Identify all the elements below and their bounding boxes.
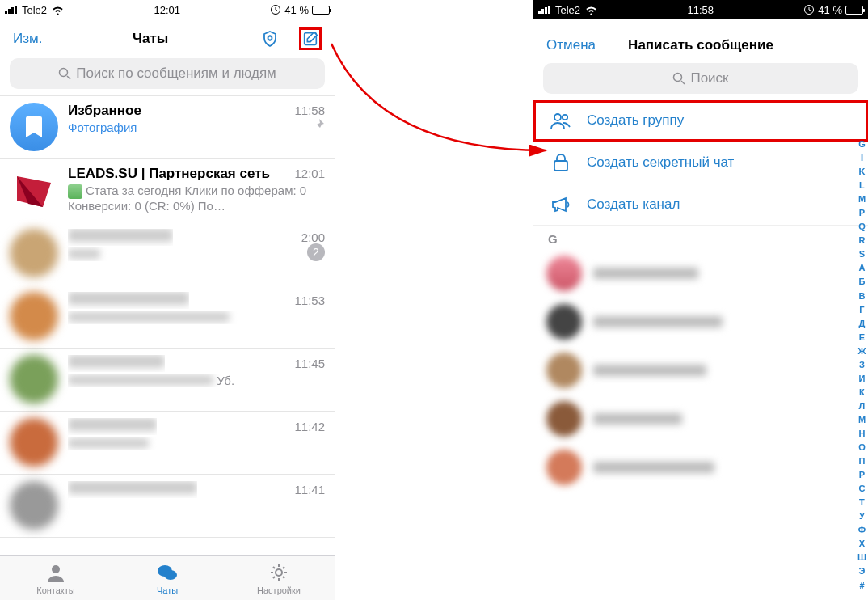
chat-time: 11:45 bbox=[294, 357, 325, 370]
alpha-letter[interactable]: I bbox=[857, 151, 866, 165]
chat-preview: Фотография bbox=[68, 120, 325, 134]
alpha-letter[interactable]: G bbox=[857, 137, 866, 151]
action-label: Создать секретный чат bbox=[587, 154, 734, 171]
search-input[interactable]: Поиск по сообщениям и людям bbox=[10, 58, 325, 89]
alpha-letter[interactable]: M bbox=[857, 192, 866, 206]
tab-settings[interactable]: Настройки bbox=[223, 556, 335, 600]
rotation-lock-icon bbox=[270, 4, 281, 15]
chat-time: 11:42 bbox=[294, 420, 325, 433]
alpha-letter[interactable]: Д bbox=[857, 317, 866, 331]
settings-icon bbox=[268, 561, 290, 584]
alpha-letter[interactable]: Б bbox=[857, 275, 866, 289]
compose-button[interactable] bbox=[299, 27, 322, 50]
chat-row[interactable]: 11:42 bbox=[0, 412, 335, 475]
tab-chats[interactable]: Чаты bbox=[112, 556, 223, 600]
chat-time: 2:00 bbox=[301, 230, 325, 244]
alpha-letter[interactable]: О bbox=[857, 441, 866, 454]
chat-row[interactable]: Избранное 11:58 Фотография bbox=[0, 96, 335, 159]
avatar bbox=[546, 450, 582, 485]
avatar bbox=[546, 401, 582, 437]
alpha-letter[interactable]: # bbox=[857, 579, 866, 593]
avatar bbox=[546, 304, 582, 340]
avatar bbox=[10, 355, 58, 404]
alpha-letter[interactable]: Q bbox=[857, 220, 866, 234]
chat-row[interactable]: 11:41 bbox=[0, 475, 335, 538]
avatar bbox=[10, 418, 58, 467]
wifi-icon bbox=[585, 6, 597, 15]
alpha-letter[interactable]: Г bbox=[857, 303, 866, 317]
create-channel-button[interactable]: Создать канал bbox=[533, 184, 868, 226]
action-label: Создать канал bbox=[587, 196, 680, 213]
chat-time: 12:01 bbox=[294, 167, 325, 180]
alpha-letter[interactable]: Ф bbox=[857, 523, 866, 537]
contact-list[interactable] bbox=[533, 249, 868, 492]
svg-rect-14 bbox=[554, 161, 567, 171]
chat-time: 11:41 bbox=[294, 483, 325, 496]
proxy-shield-icon[interactable] bbox=[259, 27, 281, 50]
alpha-letter[interactable]: А bbox=[857, 261, 866, 275]
chat-preview: Стата за сегодня Клики по офферам: 0 Кон… bbox=[68, 184, 325, 213]
alpha-letter[interactable]: P bbox=[857, 206, 866, 220]
alpha-letter[interactable]: L bbox=[857, 179, 866, 192]
chat-time: 11:58 bbox=[294, 104, 325, 117]
edit-button[interactable]: Изм. bbox=[13, 31, 42, 47]
cancel-button[interactable]: Отмена bbox=[546, 37, 596, 53]
create-group-button[interactable]: Создать группу bbox=[533, 100, 868, 142]
alpha-letter[interactable]: П bbox=[857, 454, 866, 468]
contact-row[interactable] bbox=[533, 249, 868, 298]
contact-row[interactable] bbox=[533, 443, 868, 492]
svg-point-11 bbox=[674, 74, 682, 82]
alpha-letter[interactable]: Е bbox=[857, 331, 866, 344]
rotation-lock-icon bbox=[803, 4, 815, 15]
alpha-letter[interactable]: Н bbox=[857, 427, 866, 441]
svg-point-6 bbox=[52, 565, 60, 573]
alphabet-index[interactable]: GIKLMPQRSАБВГДЕЖЗИКЛМНОПРСТУФХШЭ# bbox=[857, 137, 866, 593]
status-time: 12:01 bbox=[154, 4, 180, 16]
chat-name bbox=[68, 481, 197, 494]
alpha-letter[interactable]: В bbox=[857, 289, 866, 303]
contact-row[interactable] bbox=[533, 346, 868, 395]
alpha-letter[interactable]: У bbox=[857, 509, 866, 523]
nav-header: Изм. Чаты bbox=[0, 19, 335, 58]
status-time: 11:58 bbox=[687, 4, 714, 16]
alpha-letter[interactable]: Р bbox=[857, 468, 866, 482]
chat-row[interactable]: 11:53 bbox=[0, 285, 335, 349]
alpha-letter[interactable]: С bbox=[857, 482, 866, 496]
contact-search-input[interactable]: Поиск bbox=[543, 63, 858, 94]
megaphone-icon bbox=[550, 196, 572, 213]
contact-row[interactable] bbox=[533, 395, 868, 443]
pin-icon bbox=[312, 118, 325, 134]
avatar bbox=[10, 166, 58, 214]
alpha-letter[interactable]: Ж bbox=[857, 344, 866, 358]
alpha-letter[interactable]: Л bbox=[857, 399, 866, 413]
search-placeholder: Поиск bbox=[690, 70, 728, 87]
alpha-letter[interactable]: И bbox=[857, 372, 866, 386]
alpha-letter[interactable]: Х bbox=[857, 537, 866, 551]
battery-icon bbox=[845, 6, 863, 15]
contact-row[interactable] bbox=[533, 298, 868, 346]
avatar bbox=[546, 353, 582, 388]
avatar bbox=[10, 292, 58, 340]
create-secret-chat-button[interactable]: Создать секретный чат bbox=[533, 142, 868, 184]
contact-name bbox=[593, 316, 723, 327]
alpha-letter[interactable]: З bbox=[857, 358, 866, 372]
chat-list[interactable]: Избранное 11:58 Фотография LEADS.SU | Па… bbox=[0, 95, 335, 555]
chat-row[interactable]: LEADS.SU | Партнерская сеть 12:01 Стата … bbox=[0, 159, 335, 222]
alpha-letter[interactable]: Т bbox=[857, 496, 866, 509]
signal-icon bbox=[538, 6, 550, 14]
alpha-letter[interactable]: М bbox=[857, 413, 866, 427]
alpha-letter[interactable]: R bbox=[857, 234, 866, 247]
chat-row[interactable]: 2:00 2 bbox=[0, 222, 335, 285]
carrier-name: Tele2 bbox=[555, 4, 580, 16]
alpha-letter[interactable]: K bbox=[857, 165, 866, 179]
svg-point-3 bbox=[60, 69, 68, 77]
alpha-letter[interactable]: S bbox=[857, 247, 866, 261]
chat-row[interactable]: 11:45 Уб. bbox=[0, 349, 335, 412]
wifi-icon bbox=[52, 6, 64, 15]
tab-contacts[interactable]: Контакты bbox=[0, 556, 112, 600]
alpha-letter[interactable]: К bbox=[857, 386, 866, 399]
alpha-letter[interactable]: Э bbox=[857, 564, 866, 578]
alpha-letter[interactable]: Ш bbox=[857, 551, 866, 564]
signal-icon bbox=[5, 6, 17, 14]
chat-preview bbox=[68, 375, 213, 385]
